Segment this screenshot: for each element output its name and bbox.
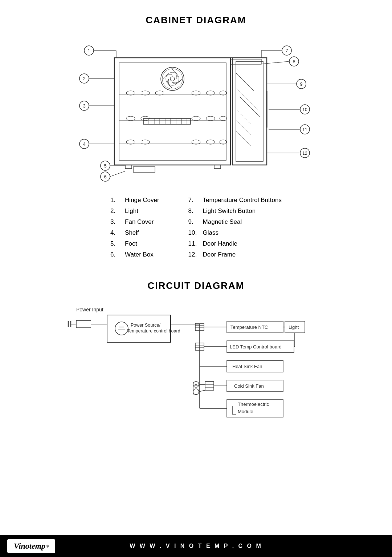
part-9: 9.Magnetic Seal [188,218,282,226]
svg-line-81 [236,120,250,135]
svg-point-46 [166,72,179,85]
svg-point-44 [170,77,175,81]
part-7: 7.Temperature Control Buttons [188,197,282,204]
svg-point-71 [220,140,227,144]
svg-rect-75 [232,58,267,165]
svg-rect-38 [114,58,230,165]
svg-point-67 [126,140,135,144]
svg-text:5: 5 [104,163,106,169]
svg-rect-73 [214,165,221,169]
svg-text:12: 12 [302,151,307,156]
cabinet-diagram: 1 2 3 4 5 6 7 8 9 [29,37,363,186]
svg-line-82 [236,131,250,146]
svg-point-69 [192,140,200,144]
svg-rect-74 [133,167,155,172]
svg-text:11: 11 [302,127,307,132]
svg-rect-126 [205,382,214,390]
svg-point-62 [126,116,135,121]
svg-text:Heat Sink Fan: Heat Sink Fan [232,364,262,369]
cabinet-title: CABINET DIAGRAM [29,15,363,26]
svg-text:Module: Module [238,409,253,414]
svg-text:Cold Sink Fan: Cold Sink Fan [234,383,264,389]
svg-point-60 [206,91,215,95]
svg-text:LED Temp Control board: LED Temp Control board [230,344,282,350]
svg-point-59 [192,91,200,95]
svg-text:Light: Light [289,324,299,330]
part-6: 6.Water Box [110,251,159,258]
svg-line-79 [240,97,260,117]
svg-text:1: 1 [87,48,90,53]
svg-point-66 [220,116,227,121]
svg-point-64 [192,116,200,121]
parts-col-left: 1.Hinge Cover 2.Light 3.Fan Cover 4.Shel… [110,197,159,262]
svg-rect-76 [236,61,263,161]
svg-text:10: 10 [302,107,307,112]
part-5: 5.Foot [110,240,159,247]
svg-line-78 [236,88,258,109]
svg-line-30 [110,171,125,177]
circuit-diagram: Power Input Power Source/ Temperature co… [29,302,363,426]
page-number: 6 [8,543,11,550]
parts-col-right: 7.Temperature Control Buttons 8.Light Sw… [188,197,282,262]
svg-text:Power Source/: Power Source/ [131,323,161,328]
svg-text:+: + [195,382,197,387]
part-11: 11.Door Handle [188,240,282,247]
part-10: 10.Glass [188,229,282,237]
svg-point-56 [126,91,135,95]
svg-text:2: 2 [83,76,85,81]
part-1: 1.Hinge Cover [110,197,159,204]
part-8: 8.Light Switch Button [188,207,282,215]
footer: 6 Vinotemp ® W W W . V I N O T E M P . C… [0,535,392,557]
svg-line-80 [236,109,250,124]
footer-url: W W W . V I N O T E M P . C O M [130,543,262,549]
circuit-svg: Power Input Power Source/ Temperature co… [54,302,338,426]
svg-text:Thermoelectric: Thermoelectric [238,401,269,407]
svg-point-61 [220,91,227,95]
svg-line-77 [236,73,254,91]
part-2: 2.Light [110,207,159,215]
part-3: 3.Fan Cover [110,218,159,226]
svg-point-58 [155,91,164,95]
svg-text:Temperature control board: Temperature control board [127,328,180,334]
circuit-title: CIRCUIT DIAGRAM [29,280,363,291]
svg-text:7: 7 [285,48,288,53]
svg-text:6: 6 [104,174,106,179]
svg-rect-39 [119,63,226,160]
svg-text:−: − [195,389,198,395]
part-12: 12.Door Frame [188,251,282,258]
power-input-label: Power Input [76,307,103,312]
svg-point-68 [141,140,150,144]
svg-line-33 [261,61,289,64]
svg-rect-47 [143,118,191,124]
svg-text:Temperature NTC: Temperature NTC [230,324,268,330]
svg-text:3: 3 [83,103,85,109]
svg-point-70 [206,140,215,144]
svg-rect-72 [125,165,132,169]
svg-rect-85 [230,59,261,64]
parts-list: 1.Hinge Cover 2.Light 3.Fan Cover 4.Shel… [29,197,363,262]
page: CABINET DIAGRAM 1 2 3 4 5 6 7 [0,0,392,557]
part-4: 4.Shelf [110,229,159,237]
svg-point-43 [161,67,184,90]
logo: Vinotemp ® [7,539,55,553]
svg-point-57 [141,91,150,95]
svg-point-94 [115,322,128,335]
svg-point-65 [206,116,215,121]
logo-text: Vinotemp [14,541,45,551]
svg-point-45 [162,69,183,89]
svg-text:9: 9 [300,81,302,87]
svg-text:4: 4 [83,141,85,147]
svg-text:8: 8 [293,59,295,64]
cabinet-svg: 1 2 3 4 5 6 7 8 9 [58,37,334,186]
